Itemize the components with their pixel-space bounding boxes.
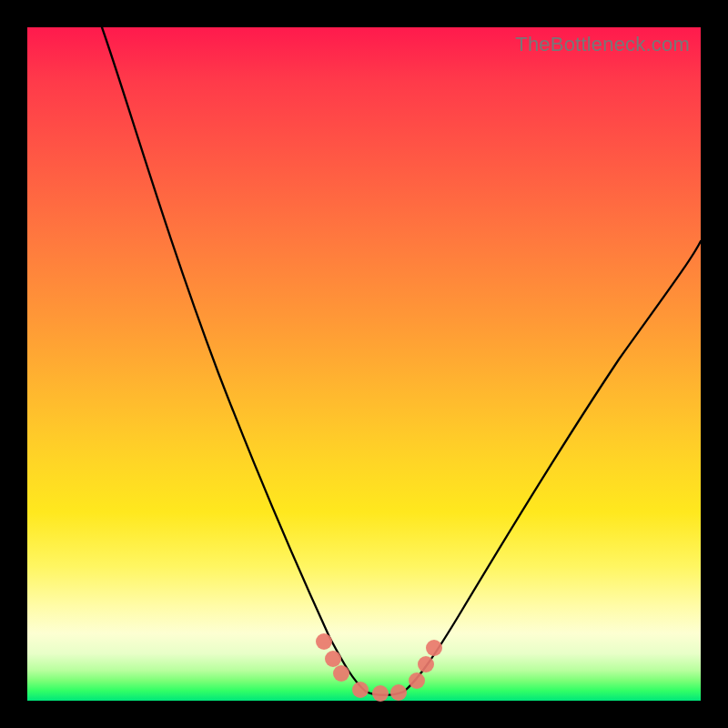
- marker-dot: [418, 656, 434, 672]
- marker-dot: [325, 651, 341, 667]
- marker-dot: [316, 633, 332, 650]
- chart-svg: [27, 27, 701, 701]
- marker-dot: [352, 682, 369, 698]
- marker-dot: [390, 684, 407, 701]
- marker-dot: [372, 685, 389, 702]
- curve-right: [404, 241, 701, 692]
- chart-frame: TheBottleneck.com: [0, 0, 728, 728]
- marker-dot: [333, 665, 349, 682]
- marker-dot: [426, 640, 442, 656]
- marker-dot: [409, 672, 425, 689]
- chart-plot-area: TheBottleneck.com: [27, 27, 701, 701]
- curve-left: [102, 27, 366, 692]
